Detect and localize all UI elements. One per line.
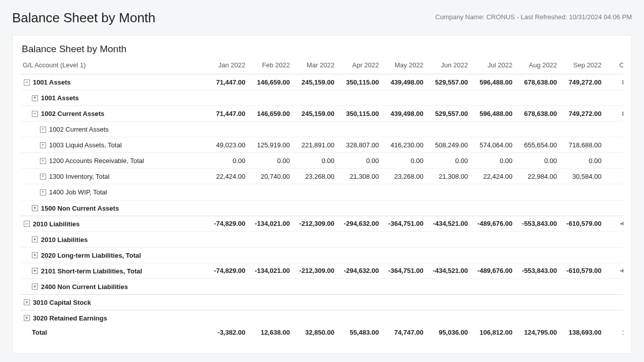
value-cell: -665,980 [604, 263, 623, 278]
value-cell [247, 294, 292, 310]
value-cell [559, 184, 604, 200]
account-cell: +1400 Job WIP, Total [21, 184, 203, 200]
card-title: Balance Sheet by Month [21, 44, 623, 55]
expand-icon[interactable]: + [40, 142, 46, 148]
value-cell: 125,919.00 [247, 137, 292, 153]
value-cell: 0.00 [425, 153, 470, 169]
collapse-icon[interactable]: − [24, 221, 30, 227]
column-header-month[interactable]: Aug 2022 [514, 58, 559, 74]
value-cell [470, 278, 514, 294]
account-cell: −1001 Assets [21, 74, 203, 90]
expand-icon[interactable]: + [32, 268, 38, 274]
page-title: Balance Sheet by Month [12, 10, 155, 26]
collapse-icon[interactable]: − [24, 79, 30, 86]
collapse-icon[interactable]: − [32, 111, 38, 117]
expand-icon[interactable]: + [32, 236, 38, 243]
value-cell: 678,638.00 [514, 106, 559, 122]
value-cell: 22,984.00 [514, 169, 559, 184]
column-header-month[interactable]: May 2022 [381, 58, 425, 74]
value-cell: 22,424.00 [203, 169, 247, 184]
expand-icon[interactable]: + [40, 158, 46, 164]
value-cell [203, 247, 247, 263]
account-label: 1003 Liquid Assets, Total [49, 141, 122, 149]
value-cell [559, 90, 604, 106]
expand-icon[interactable]: + [24, 299, 30, 305]
value-cell [247, 122, 292, 137]
account-cell: +1002 Current Assets [21, 122, 203, 137]
account-label: 3010 Capital Stock [33, 299, 91, 306]
column-header-account[interactable]: G/L Account (Level 1) [21, 58, 203, 74]
value-cell: 0.00 [203, 153, 247, 169]
expand-icon[interactable]: + [40, 189, 46, 195]
value-cell [559, 122, 604, 137]
column-header-month[interactable]: Oct 2022 [604, 58, 623, 74]
value-cell [604, 231, 623, 247]
total-value-cell: 55,483.00 [336, 325, 381, 341]
value-cell [470, 90, 514, 106]
account-cell: +1001 Assets [21, 90, 203, 106]
expand-icon[interactable]: + [32, 252, 38, 258]
account-label: 1300 Inventory, Total [49, 173, 110, 180]
value-cell [381, 184, 425, 200]
table-row: +1001 Assets [21, 90, 623, 106]
total-value-cell: 148,880 [604, 325, 623, 341]
account-cell: +1003 Liquid Assets, Total [21, 137, 203, 153]
account-label: 1002 Current Assets [41, 110, 104, 117]
value-cell: 0.00 [470, 153, 514, 169]
column-header-month[interactable]: Sep 2022 [559, 58, 604, 74]
total-value-cell: 95,036.00 [425, 325, 470, 341]
value-cell [604, 247, 623, 263]
value-cell [604, 200, 623, 216]
value-cell: -434,521.00 [425, 263, 470, 278]
value-cell [604, 294, 623, 310]
column-header-month[interactable]: Feb 2022 [247, 58, 292, 74]
expand-icon[interactable]: + [32, 205, 38, 211]
table-row: +1002 Current Assets [21, 122, 623, 137]
value-cell: 782,59 [604, 137, 623, 153]
account-label: 1001 Assets [33, 78, 71, 86]
value-cell [381, 200, 425, 216]
value-cell: 574,064.00 [470, 137, 514, 153]
value-cell [559, 278, 604, 294]
value-cell: 20,740.00 [247, 169, 292, 184]
value-cell [381, 231, 425, 247]
value-cell [470, 247, 514, 263]
value-cell: 350,115.00 [336, 106, 381, 122]
value-cell [247, 231, 292, 247]
column-header-month[interactable]: Apr 2022 [336, 58, 381, 74]
value-cell [514, 200, 559, 216]
value-cell: -212,309.00 [292, 216, 336, 231]
value-cell [514, 247, 559, 263]
account-cell: +1300 Inventory, Total [21, 169, 203, 184]
account-label: 2400 Non Current Liabilities [41, 283, 128, 291]
value-cell [470, 184, 514, 200]
expand-icon[interactable]: + [40, 174, 46, 180]
expand-icon[interactable]: + [24, 315, 30, 321]
account-cell: −1002 Current Assets [21, 106, 203, 122]
column-header-month[interactable]: Jul 2022 [470, 58, 514, 74]
account-cell: +3020 Retained Earnings [21, 310, 203, 326]
column-header-month[interactable]: Mar 2022 [292, 58, 336, 74]
table-scroll[interactable]: G/L Account (Level 1)Jan 2022Feb 2022Mar… [21, 58, 623, 340]
value-cell: -665,980 [604, 216, 623, 231]
value-cell [425, 90, 470, 106]
value-cell: 23,268.00 [292, 169, 336, 184]
value-cell: -74,829.00 [203, 263, 247, 278]
value-cell [425, 278, 470, 294]
value-cell: 0.00 [247, 153, 292, 169]
account-cell: +2020 Long-term Liabilities, Total [21, 247, 203, 263]
table-row: −1002 Current Assets71,447.00146,659.002… [21, 106, 623, 122]
expand-icon[interactable]: + [32, 284, 38, 290]
expand-icon[interactable]: + [32, 95, 38, 101]
column-header-month[interactable]: Jan 2022 [203, 58, 247, 74]
value-cell: -364,751.00 [381, 216, 425, 231]
value-cell [559, 294, 604, 310]
value-cell [514, 310, 559, 326]
expand-icon[interactable]: + [40, 127, 46, 133]
value-cell [292, 122, 336, 137]
value-cell [470, 200, 514, 216]
column-header-month[interactable]: Jun 2022 [425, 58, 470, 74]
value-cell [292, 247, 336, 263]
value-cell [425, 247, 470, 263]
account-cell: +2010 Liabilities [21, 231, 203, 247]
